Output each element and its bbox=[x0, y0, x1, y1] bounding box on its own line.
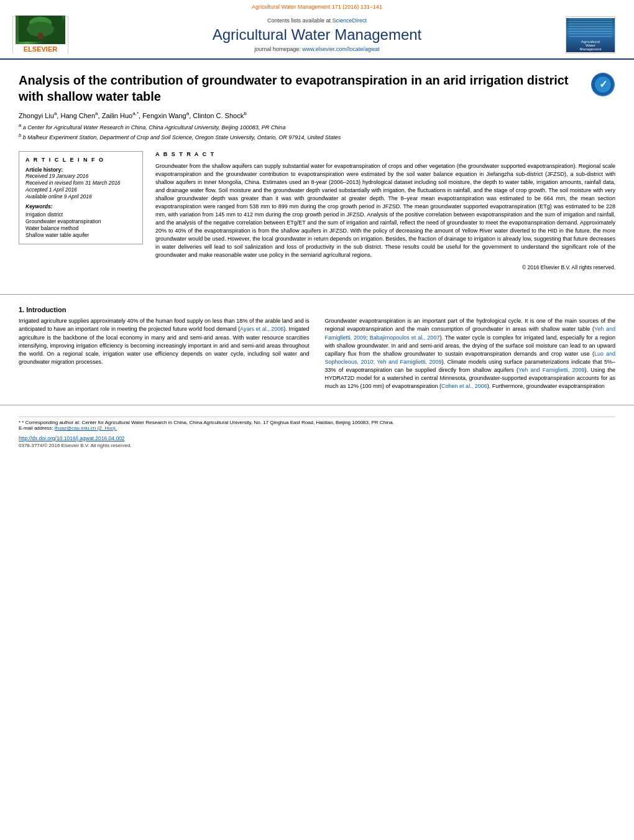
ref-ayars[interactable]: Ayars et al., 2006 bbox=[240, 326, 283, 332]
article-title-section: Analysis of the contribution of groundwa… bbox=[19, 72, 615, 104]
elsevier-logo-image bbox=[16, 16, 65, 44]
journal-top-bar: Agricultural Water Management 171 (2016)… bbox=[0, 0, 634, 11]
journal-title-header: Agricultural Water Management bbox=[81, 26, 553, 44]
keyword-2: Groundwater evapotranspiration bbox=[25, 218, 136, 224]
elsevier-logo: ELSEVIER bbox=[12, 16, 68, 53]
left-column: A R T I C L E I N F O Article history: R… bbox=[19, 151, 143, 271]
journal-logo-image: AgriculturalWaterManagement bbox=[566, 18, 615, 52]
section1-heading: 1. Introduction bbox=[19, 306, 615, 313]
ref-cohen[interactable]: Cohen et al., 2006 bbox=[441, 383, 487, 389]
journal-citation: Agricultural Water Management 171 (2016)… bbox=[252, 4, 382, 10]
article-footer: * * Corresponding author at: Center for … bbox=[0, 405, 634, 453]
ref-babaji[interactable]: Babajimopoulos et al., 2007 bbox=[370, 335, 440, 341]
right-column: A B S T R A C T Groundwater from the sha… bbox=[155, 151, 615, 271]
body-right-text: Groundwater evapotranspiration is an imp… bbox=[325, 317, 616, 390]
copyright: © 2016 Elsevier B.V. All rights reserved… bbox=[155, 264, 615, 270]
email-label: E-mail address: bbox=[19, 425, 53, 431]
abstract-label: A B S T R A C T bbox=[155, 151, 615, 157]
body-right-col: Groundwater evapotranspiration is an imp… bbox=[325, 317, 616, 395]
article-info-box: A R T I C L E I N F O Article history: R… bbox=[19, 151, 143, 244]
crossmark-icon: ✓ bbox=[592, 74, 613, 95]
footnote: * * Corresponding author at: Center for … bbox=[19, 417, 615, 431]
received-date: Received 19 January 2016 bbox=[25, 173, 136, 179]
keywords-label: Keywords: bbox=[25, 203, 136, 210]
body-section: 1. Introduction Irrigated agriculture su… bbox=[0, 306, 634, 395]
ref-yeh2009b[interactable]: Yeh and Famiglietti, 2009 bbox=[518, 367, 584, 373]
svg-text:✓: ✓ bbox=[599, 79, 607, 90]
keywords-section: Keywords: Irrigation district Groundwate… bbox=[25, 203, 136, 238]
page: Agricultural Water Management 171 (2016)… bbox=[0, 0, 634, 840]
author-hang: Hang Chen bbox=[60, 112, 95, 119]
journal-logo-waves bbox=[569, 18, 612, 39]
affiliation-a: a a Center for Agricultural Water Resear… bbox=[19, 122, 615, 132]
author-zhongyi: Zhongyi Liu bbox=[19, 112, 54, 119]
available-date: Available online 9 April 2016 bbox=[25, 193, 136, 200]
journal-logo-right: AgriculturalWaterManagement bbox=[566, 16, 615, 53]
revised-date: Received in revised form 31 March 2016 bbox=[25, 180, 136, 186]
journal-url[interactable]: www.elsevier.com/locate/agwat bbox=[302, 46, 380, 52]
elsevier-tree-icon bbox=[19, 16, 62, 42]
article-info-label: A R T I C L E I N F O bbox=[25, 157, 136, 163]
keyword-3: Water balance method bbox=[25, 225, 136, 231]
article-title: Analysis of the contribution of groundwa… bbox=[19, 72, 590, 104]
journal-logo-text: AgriculturalWaterManagement bbox=[578, 39, 602, 52]
svg-rect-3 bbox=[38, 33, 43, 39]
footnote-text: * Corresponding author at: Center for Ag… bbox=[22, 420, 394, 425]
body-left-col: Irrigated agriculture supplies approxima… bbox=[19, 317, 310, 395]
journal-header: ELSEVIER Contents lists available at Sci… bbox=[0, 11, 634, 60]
affiliations: a a Center for Agricultural Water Resear… bbox=[19, 122, 615, 142]
author-zailin: Zailin Huo bbox=[102, 112, 133, 119]
article-content: Analysis of the contribution of groundwa… bbox=[0, 60, 634, 283]
authors: Zhongyi Liua, Hang Chena, Zailin Huoa,*,… bbox=[19, 111, 615, 119]
keyword-1: Irrigation district bbox=[25, 211, 136, 218]
body-two-col: Irrigated agriculture supplies approxima… bbox=[19, 317, 615, 395]
author-clinton: Clinton C. Shock bbox=[193, 112, 244, 119]
affiliation-b: b b Malheur Experiment Station, Departme… bbox=[19, 132, 615, 142]
abstract-section: A B S T R A C T Groundwater from the sha… bbox=[155, 151, 615, 271]
author-fengxin: Fengxin Wang bbox=[142, 112, 186, 119]
email-link[interactable]: lhuaz@cau.edu.cn (Z. Huo). bbox=[55, 425, 117, 431]
body-left-text: Irrigated agriculture supplies approxima… bbox=[19, 317, 310, 366]
accepted-date: Accepted 1 April 2016 bbox=[25, 187, 136, 193]
journal-header-center: Contents lists available at ScienceDirec… bbox=[68, 17, 566, 52]
elsevier-brand-text: ELSEVIER bbox=[13, 44, 68, 54]
abstract-text: Groundwater from the shallow aquifers ca… bbox=[155, 162, 615, 260]
journal-homepage: journal homepage: www.elsevier.com/locat… bbox=[81, 46, 553, 52]
keyword-4: Shallow water table aquifer bbox=[25, 232, 136, 238]
doi-link[interactable]: http://dx.doi.org/10.1016/j.agwat.2016.0… bbox=[19, 435, 125, 441]
contents-available: Contents lists available at ScienceDirec… bbox=[81, 17, 553, 24]
sciencedirect-link[interactable]: ScienceDirect bbox=[333, 17, 367, 24]
ref-luo[interactable]: Luo and Sophocleous, 2010; Yeh and Famig… bbox=[325, 351, 616, 365]
crossmark-badge: ✓ bbox=[591, 73, 615, 96]
crossmark-logo[interactable]: ✓ bbox=[590, 72, 615, 97]
issn-text: 0378-3774/© 2016 Elsevier B.V. All right… bbox=[19, 443, 132, 448]
section-divider bbox=[0, 294, 634, 295]
history-label: Article history: bbox=[25, 167, 136, 173]
article-history: Article history: Received 19 January 201… bbox=[25, 167, 136, 200]
ref-yeh2009[interactable]: Yeh and Famiglietti, 2009 bbox=[325, 326, 615, 340]
article-meta-section: A R T I C L E I N F O Article history: R… bbox=[19, 151, 615, 271]
